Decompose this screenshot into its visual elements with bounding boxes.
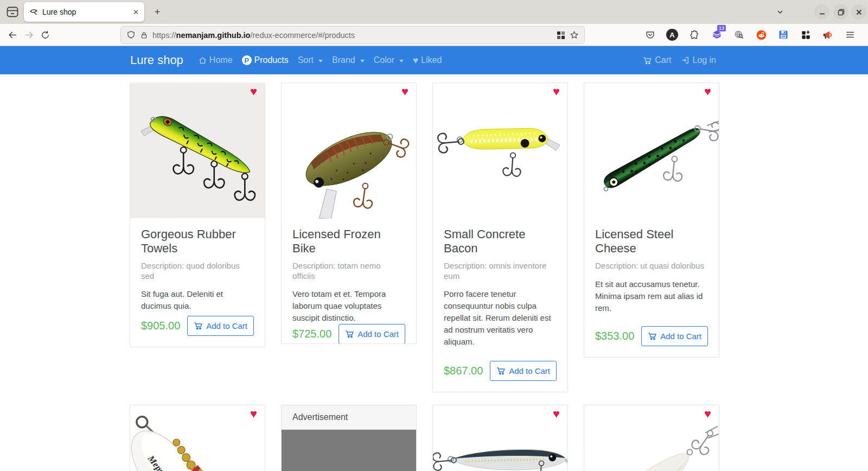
lock-icon[interactable]: [140, 31, 148, 40]
add-to-cart-button[interactable]: Add to Cart: [339, 324, 405, 344]
nav-link-liked[interactable]: ♥ Liked: [413, 55, 442, 65]
chevron-down-icon: [360, 60, 365, 62]
advertisement-placeholder: [282, 430, 416, 471]
product-text: Sit fuga aut. Deleniti et ducimus quia.: [141, 288, 254, 312]
url-path: /redux-ecommerce/#/products: [250, 31, 355, 40]
url-text: https://nemanjam.github.io/redux-ecommer…: [152, 31, 552, 40]
pocket-icon[interactable]: [642, 27, 658, 43]
product-card: ♥ Small Concrete Bacon Description: omni…: [432, 82, 568, 392]
grid-plus-extension-icon[interactable]: [797, 27, 814, 43]
product-grid: ♥ Gorgeous Rubber Towels Description: qu…: [130, 82, 719, 471]
tab-favicon-lure: [29, 8, 38, 16]
liked-heart-icon[interactable]: ♥: [401, 86, 409, 98]
screenshot-grid-icon[interactable]: [557, 31, 565, 40]
product-description: Description: ut quasi doloribus: [595, 261, 708, 271]
url-bar[interactable]: https://nemanjam.github.io/redux-ecommer…: [120, 26, 585, 44]
browser-tab-bar: Lure shop ✕ +: [0, 0, 868, 24]
tab-title: Lure shop: [42, 8, 129, 16]
nav-link-home[interactable]: Home: [199, 55, 233, 65]
product-image-silver-minnow-lure: [433, 405, 567, 471]
product-card: ♥: [432, 405, 568, 471]
nav-link-liked-label: Liked: [421, 55, 442, 65]
product-image-firetiger-lure: [130, 83, 265, 219]
add-to-cart-label: Add to Cart: [358, 329, 399, 339]
product-description: Description: quod doloribus sed: [141, 261, 254, 282]
product-image-pearl-lure: [584, 405, 719, 471]
product-price: $353.00: [595, 330, 634, 342]
product-text: Porro facere tenetur consequuntur nobis …: [444, 288, 557, 348]
hamburger-menu-icon[interactable]: [842, 27, 858, 43]
tab-close-icon[interactable]: ✕: [133, 8, 139, 16]
product-price: $905.00: [141, 320, 180, 332]
add-to-cart-label: Add to Cart: [206, 321, 247, 330]
product-text: Et sit aut accusamus tenetur. Minima ips…: [595, 278, 708, 314]
nav-link-products-label: Products: [254, 55, 289, 65]
liked-heart-icon[interactable]: ♥: [704, 408, 711, 420]
nav-dropdown-sort[interactable]: Sort: [298, 55, 323, 65]
add-to-cart-button[interactable]: Add to Cart: [187, 316, 254, 336]
extension-badge-count: 13: [717, 25, 726, 31]
reload-button[interactable]: [37, 27, 53, 43]
liked-heart-icon[interactable]: ♥: [250, 408, 257, 420]
add-to-cart-button[interactable]: Add to Cart: [641, 326, 708, 346]
nav-link-login[interactable]: Log in: [681, 55, 716, 65]
bookmark-star-icon[interactable]: [570, 30, 579, 40]
window-minimize-button[interactable]: [814, 4, 829, 20]
product-image-green-spook-lure: [584, 83, 719, 219]
window-restore-button[interactable]: [833, 4, 848, 20]
nav-dropdown-color-label: Color: [374, 55, 394, 65]
product-card: ♥ Licensed Frozen Bike Description: tota…: [281, 82, 417, 344]
product-title: Licensed Frozen Bike: [292, 227, 405, 256]
product-text: Vero totam et et. Tempora laborum quae v…: [292, 288, 405, 324]
add-to-cart-label: Add to Cart: [509, 366, 550, 375]
nav-link-cart[interactable]: Cart: [643, 55, 671, 65]
heart-icon: ♥: [413, 56, 418, 65]
nav-dropdown-brand-label: Brand: [332, 55, 355, 65]
advertisement-card: Advertisement: [281, 405, 417, 471]
product-price: $867.00: [444, 365, 483, 377]
product-price: $725.00: [292, 328, 331, 340]
liked-heart-icon[interactable]: ♥: [704, 86, 711, 98]
back-button[interactable]: [4, 27, 21, 43]
browser-tab[interactable]: Lure shop ✕: [24, 2, 144, 22]
reddit-extension-icon[interactable]: [753, 27, 769, 43]
globe-search-extension-icon[interactable]: [731, 27, 747, 43]
product-image-yellow-minnow-lure: [433, 83, 567, 219]
nav-link-products[interactable]: P Products: [242, 55, 289, 65]
liked-heart-icon[interactable]: ♥: [553, 86, 560, 98]
stack-extension-icon[interactable]: 13: [709, 27, 725, 43]
liked-heart-icon[interactable]: ♥: [250, 86, 257, 98]
liked-heart-icon[interactable]: ♥: [553, 408, 560, 420]
product-image-spinner-lure: Mepps: [130, 405, 265, 471]
product-card: ♥: [584, 405, 719, 471]
nav-link-login-label: Log in: [692, 55, 716, 65]
product-title: Small Concrete Bacon: [444, 227, 557, 256]
cart-icon: [648, 332, 657, 341]
list-tabs-chevron-icon[interactable]: [773, 4, 788, 20]
nav-dropdown-brand[interactable]: Brand: [332, 55, 365, 65]
forward-button[interactable]: [21, 27, 37, 43]
add-to-cart-button[interactable]: Add to Cart: [490, 361, 557, 381]
product-description: Description: omnis inventore eum: [444, 261, 557, 282]
products-icon: P: [242, 55, 252, 65]
brand-logo[interactable]: Lure shop: [130, 53, 183, 67]
product-title: Gorgeous Rubber Towels: [141, 227, 254, 256]
cart-icon: [496, 366, 506, 375]
product-card: ♥ Gorgeous Rubber Towels Description: qu…: [130, 82, 265, 347]
extension-a-icon[interactable]: A: [664, 27, 680, 43]
product-description: Description: totam nemo officiis: [292, 261, 405, 282]
firefox-view-icon[interactable]: [4, 4, 21, 20]
tracking-shield-icon[interactable]: [126, 30, 136, 40]
puzzle-extensions-icon[interactable]: [686, 27, 703, 43]
megaphone-extension-icon[interactable]: [820, 27, 836, 43]
new-tab-button[interactable]: +: [150, 4, 165, 20]
window-close-button[interactable]: [851, 4, 866, 20]
chevron-down-icon: [399, 60, 404, 62]
advertisement-label: Advertisement: [282, 405, 416, 430]
nav-dropdown-sort-label: Sort: [298, 55, 314, 65]
url-host: nemanjam.github.io: [176, 31, 251, 40]
product-card: Mepps ♥: [130, 405, 265, 471]
floppy-save-icon[interactable]: [775, 27, 792, 43]
nav-dropdown-color[interactable]: Color: [374, 55, 404, 65]
login-icon: [681, 56, 690, 65]
